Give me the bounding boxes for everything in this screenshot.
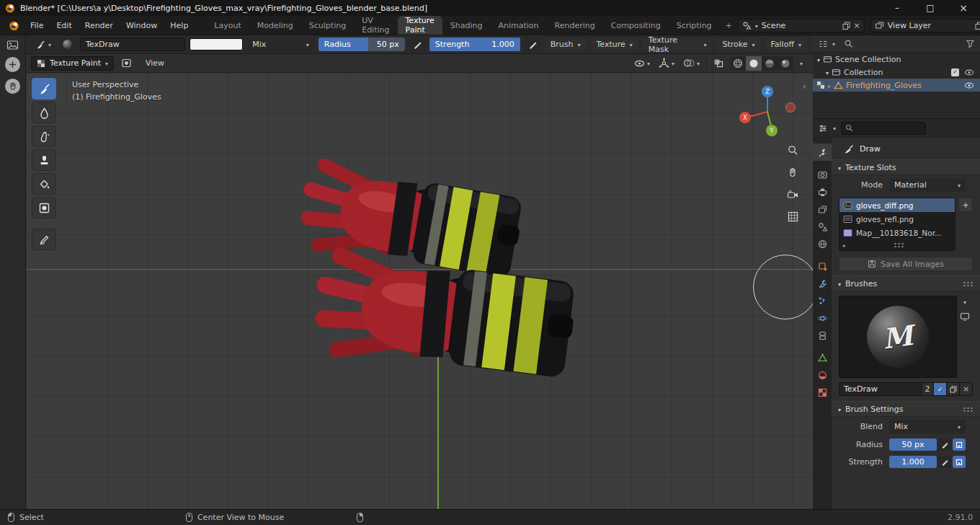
tool-draw-button[interactable] (32, 78, 56, 100)
chevron-down-icon[interactable] (833, 123, 836, 133)
camera-view-button[interactable] (785, 187, 801, 203)
unlink-scene-icon[interactable] (854, 21, 860, 30)
texture-slot-row[interactable]: gloves_diff.png (839, 198, 955, 212)
tab-object-data[interactable] (813, 349, 832, 366)
navigation-gizmo[interactable]: Z X Y (736, 81, 808, 148)
mode-selector[interactable]: Texture Paint (31, 56, 114, 71)
radius-pressure-toggle[interactable] (409, 38, 425, 51)
tab-physics[interactable] (813, 309, 832, 327)
image-editor-icon[interactable] (6, 40, 19, 50)
outliner-row-scene-collection[interactable]: Scene Collection (813, 53, 980, 66)
blend-mode-dropdown[interactable]: Mix (247, 38, 314, 51)
tool-fill-button[interactable] (32, 173, 56, 195)
tab-output[interactable] (813, 183, 832, 200)
stroke-popover[interactable]: Stroke (716, 38, 760, 51)
shading-rendered-button[interactable] (778, 56, 793, 71)
slot-mode-dropdown[interactable]: Material (889, 178, 966, 192)
brush-users-count[interactable]: 2 (922, 382, 934, 396)
menu-edit[interactable]: Edit (50, 19, 78, 32)
blend-dropdown[interactable]: Mix (889, 420, 966, 433)
menu-window[interactable]: Window (120, 19, 164, 32)
maximize-button[interactable]: □ (914, 0, 947, 16)
radius-pressure-toggle[interactable] (938, 438, 951, 451)
add-texture-slot-button[interactable]: + (958, 198, 973, 212)
pan-button[interactable] (785, 164, 801, 180)
brush-name-field[interactable]: TexDraw (80, 38, 185, 51)
properties-editor-icon[interactable] (818, 123, 828, 133)
duplicate-brush-button[interactable] (947, 382, 960, 396)
tab-constraints[interactable] (813, 327, 832, 344)
strip-cursor-button[interactable] (5, 57, 20, 72)
texture-popover[interactable]: Texture (591, 38, 638, 51)
tab-compositing[interactable]: Compositing (603, 16, 669, 35)
radius-slider[interactable]: 50 px (889, 438, 937, 451)
viewport-3d[interactable]: User Perspective (1) Firefighting_Gloves (26, 73, 813, 509)
brush-popover[interactable]: Brush (545, 38, 587, 51)
menu-file[interactable]: File (24, 19, 50, 32)
strength-slider[interactable]: 1.000 (889, 456, 937, 468)
tab-scripting[interactable]: Scripting (669, 16, 720, 35)
blender-menu-button[interactable] (4, 18, 24, 33)
unified-radius-toggle[interactable] (953, 438, 966, 451)
strip-pan-button[interactable] (5, 79, 20, 94)
strength-slider[interactable]: Strength 1.000 (429, 38, 520, 51)
unified-strength-toggle[interactable] (953, 456, 966, 468)
tab-modeling[interactable]: Modeling (249, 16, 301, 35)
disclosure-icon[interactable] (843, 240, 846, 250)
menu-render[interactable]: Render (79, 19, 120, 32)
tab-shading[interactable]: Shading (442, 16, 491, 35)
minimize-button[interactable]: – (881, 0, 914, 16)
shading-material-button[interactable] (762, 56, 778, 71)
fake-user-toggle[interactable] (934, 382, 947, 396)
texture-mask-popover[interactable]: Texture Mask (643, 38, 713, 51)
tab-texture-paint[interactable]: Texture Paint (398, 16, 442, 35)
tool-soften-button[interactable] (32, 102, 56, 123)
overlays-dropdown[interactable] (681, 56, 702, 71)
tool-mask-button[interactable] (32, 197, 56, 219)
tab-active-tool[interactable] (813, 144, 832, 161)
ortho-toggle-button[interactable] (785, 208, 801, 224)
active-tool-dropdown[interactable] (32, 38, 55, 51)
brush-color-swatch[interactable] (190, 38, 244, 50)
screen-icon[interactable] (960, 312, 970, 321)
texture-slot-row[interactable]: Map__10183618_Nor... (839, 226, 955, 239)
outliner-editor-icon[interactable] (818, 39, 828, 49)
tab-scene[interactable] (813, 218, 832, 235)
new-view-layer-icon[interactable] (975, 22, 980, 30)
xray-toggle[interactable] (711, 56, 726, 71)
gloves-3d-model[interactable] (293, 145, 588, 383)
texture-slots-section-header[interactable]: Texture Slots (832, 159, 980, 175)
tab-object[interactable] (813, 257, 832, 275)
chevron-down-icon[interactable] (832, 39, 835, 48)
falloff-popover[interactable]: Falloff (765, 38, 808, 51)
tab-layout[interactable]: Layout (206, 16, 249, 35)
disclosure-icon[interactable] (817, 55, 820, 64)
filter-icon[interactable] (966, 39, 975, 48)
object-visibility-dropdown[interactable] (632, 56, 652, 71)
save-all-images-button[interactable]: Save All Images (839, 257, 973, 271)
outliner-row-object[interactable]: Firefighting_Gloves (813, 79, 980, 92)
new-scene-icon[interactable] (842, 22, 850, 30)
drag-grip[interactable] (894, 242, 904, 247)
tab-sculpting[interactable]: Sculpting (301, 16, 354, 35)
close-button[interactable]: × (947, 0, 980, 16)
strength-pressure-toggle[interactable] (938, 456, 951, 468)
tool-annotate-button[interactable] (32, 229, 56, 250)
tab-uv-editing[interactable]: UV Editing (354, 16, 397, 35)
tab-material[interactable] (813, 366, 832, 384)
texture-slot-row[interactable]: gloves_refl.png (839, 212, 955, 226)
view-layer-selector[interactable]: View Layer (870, 19, 980, 32)
eye-icon[interactable] (964, 81, 974, 89)
unlink-brush-button[interactable] (960, 382, 973, 396)
view-menu[interactable]: View (139, 56, 171, 70)
shading-solid-button[interactable] (746, 56, 762, 71)
tab-animation[interactable]: Animation (490, 16, 546, 35)
disclosure-icon[interactable] (828, 81, 831, 90)
gizmo-negative-x-axis[interactable] (786, 103, 796, 112)
radius-slider[interactable]: Radius 50 px (318, 38, 405, 51)
eye-icon[interactable] (964, 69, 974, 76)
brush-settings-section-header[interactable]: Brush Settings (832, 401, 980, 417)
brush-browse-dropdown[interactable] (963, 297, 966, 306)
drag-grip[interactable] (963, 281, 974, 286)
region-collapse-arrow[interactable]: ‹ (803, 81, 806, 92)
